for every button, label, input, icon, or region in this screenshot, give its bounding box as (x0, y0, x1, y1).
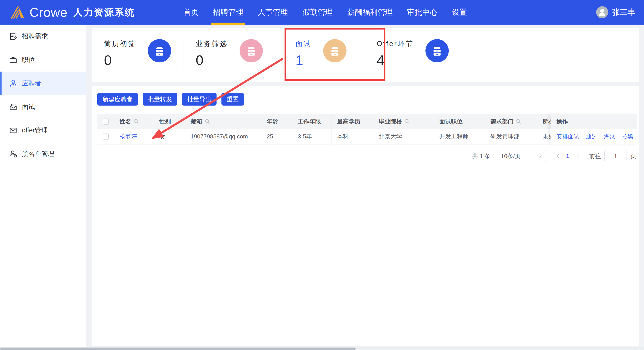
nav-item-label: 审批中心 (407, 7, 438, 18)
blacklist-link[interactable]: 拉黑 (622, 132, 633, 140)
sidebar-item-interview[interactable]: 面试 (0, 95, 86, 118)
cell-education: 本科 (332, 129, 373, 144)
eliminate-link[interactable]: 淘汰 (604, 132, 615, 140)
stat-value: 0 (196, 52, 228, 68)
user-name[interactable]: 张三丰 (612, 7, 635, 18)
sidebar: 招聘需求 职位 应聘者 面试 offer管理 (0, 24, 86, 347)
row-checkbox[interactable] (103, 134, 109, 140)
batch-export-button[interactable]: 批量导出 (182, 93, 216, 106)
applicant-name-link[interactable]: 杨梦婷 (120, 132, 137, 140)
person-icon (596, 6, 608, 18)
toolbar: 新建应聘者 批量转发 批量导出 重置 (97, 93, 244, 106)
col-label: 毕业院校 (379, 118, 402, 126)
page-unit-label: 页 (630, 152, 636, 160)
select-all-cell (97, 114, 114, 129)
crowe-logo-icon (10, 4, 26, 20)
sidebar-item-label: 面试 (22, 102, 35, 111)
sidebar-item-label: 招聘需求 (22, 32, 48, 41)
stat-label: 面试 (296, 39, 312, 48)
stat-info: 面试 1 (296, 39, 312, 82)
avatar[interactable] (596, 6, 608, 18)
batch-forward-button[interactable]: 批量转发 (143, 93, 177, 106)
col-header-gender: 性别 (154, 114, 185, 129)
nav-item-hr[interactable]: 人事管理 (256, 0, 290, 24)
sidebar-item-offer[interactable]: offer管理 (0, 118, 86, 142)
search-icon[interactable] (204, 118, 210, 124)
chevron-right-icon (575, 153, 580, 159)
stat-label: 业务筛选 (196, 39, 228, 48)
stat-value: 4 (377, 52, 414, 68)
page-size-select[interactable]: 10条/页 (496, 150, 546, 162)
cell-age: 25 (261, 129, 292, 144)
user-area: 张三丰 (596, 0, 635, 24)
pass-link[interactable]: 通过 (586, 132, 598, 140)
col-header-school: 毕业院校 (373, 114, 434, 129)
reset-button[interactable]: 重置 (222, 93, 244, 106)
nav-item-label: 薪酬福利管理 (347, 7, 393, 18)
stat-card-resume-screen[interactable]: 简历初筛 0 (92, 28, 184, 82)
next-page-button[interactable] (573, 153, 582, 159)
cabinet-icon (240, 39, 263, 62)
search-icon[interactable] (404, 118, 410, 124)
sidebar-item-blacklist[interactable]: 黑名单管理 (0, 142, 86, 166)
cell-name: 杨梦婷 (114, 129, 154, 144)
open-mail-icon (9, 103, 18, 111)
horizontal-scrollbar-thumb[interactable] (0, 348, 356, 350)
stat-label: 简历初筛 (104, 39, 136, 48)
nav-item-attendance[interactable]: 假勤管理 (301, 0, 335, 24)
col-header-actions: 操作 (550, 114, 637, 129)
search-icon[interactable] (516, 118, 522, 124)
sidebar-item-label: offer管理 (22, 126, 48, 135)
sidebar-item-recruit-demand[interactable]: 招聘需求 (0, 24, 86, 48)
sidebar-item-positions[interactable]: 职位 (0, 48, 86, 72)
nav-item-recruiting[interactable]: 招聘管理 (211, 0, 245, 24)
brand: Crowe 人力资源系统 (10, 4, 135, 20)
active-nav-underline (211, 22, 245, 24)
stat-card-business-screen[interactable]: 业务筛选 0 (184, 28, 275, 82)
chevron-left-icon (555, 153, 561, 159)
stat-value: 1 (296, 52, 312, 68)
app-title: 人力资源系统 (73, 6, 135, 18)
cell-email: 1907798587@qq.com (185, 129, 261, 144)
page-number-1[interactable]: 1 (563, 153, 573, 160)
new-applicant-button[interactable]: 新建应聘者 (97, 93, 138, 106)
col-label: 面试职位 (439, 118, 462, 126)
col-header-education: 最高学历 (332, 114, 373, 129)
nav-item-label: 首页 (184, 7, 199, 18)
search-icon[interactable] (133, 118, 139, 124)
col-header-name: 姓名 (114, 114, 154, 129)
prev-page-button[interactable] (553, 153, 563, 159)
stat-card-offer[interactable]: Offer环节 4 (367, 28, 458, 82)
cell-gender: 女 (154, 129, 185, 144)
nav-item-label: 设置 (452, 7, 467, 18)
logo-text: Crowe (30, 5, 68, 20)
stat-value: 0 (104, 52, 136, 68)
document-edit-icon (9, 32, 18, 41)
nav-item-label: 人事管理 (258, 7, 288, 18)
schedule-interview-link[interactable]: 安排面试 (556, 132, 580, 140)
col-header-age: 年龄 (261, 114, 292, 129)
cell-work-years: 3-5年 (292, 129, 332, 144)
row-select-cell (97, 129, 114, 144)
stat-card-interview[interactable]: 面试 1 (275, 28, 367, 82)
nav-item-home[interactable]: 首页 (182, 0, 200, 24)
col-header-work-years: 工作年限 (292, 114, 332, 129)
nav-item-settings[interactable]: 设置 (450, 0, 469, 24)
stats-panel: 简历初筛 0 业务筛选 0 面试 1 Offer环节 4 (92, 28, 639, 82)
col-label: 邮箱 (190, 118, 202, 126)
goto-page-input[interactable] (604, 150, 627, 162)
sidebar-item-label: 黑名单管理 (22, 150, 54, 158)
col-label: 性别 (159, 118, 171, 126)
nav-item-payroll[interactable]: 薪酬福利管理 (346, 0, 394, 24)
mail-icon (9, 126, 18, 135)
cell-school: 北京大学 (373, 129, 434, 144)
applicants-table: 姓名 性别 邮箱 年龄 工作年限 最高学历 毕业院校 面试职位 需求部门 所在环… (97, 114, 637, 144)
nav-item-approval[interactable]: 审批中心 (405, 0, 439, 24)
sidebar-item-label: 应聘者 (22, 79, 42, 88)
page-size-value: 10条/页 (501, 152, 520, 160)
cabinet-icon (148, 39, 171, 62)
cell-department: 研发管理部 (485, 129, 537, 144)
sidebar-item-applicants[interactable]: 应聘者 (0, 72, 86, 95)
stat-info: Offer环节 4 (377, 39, 414, 82)
select-all-checkbox[interactable] (103, 118, 109, 124)
